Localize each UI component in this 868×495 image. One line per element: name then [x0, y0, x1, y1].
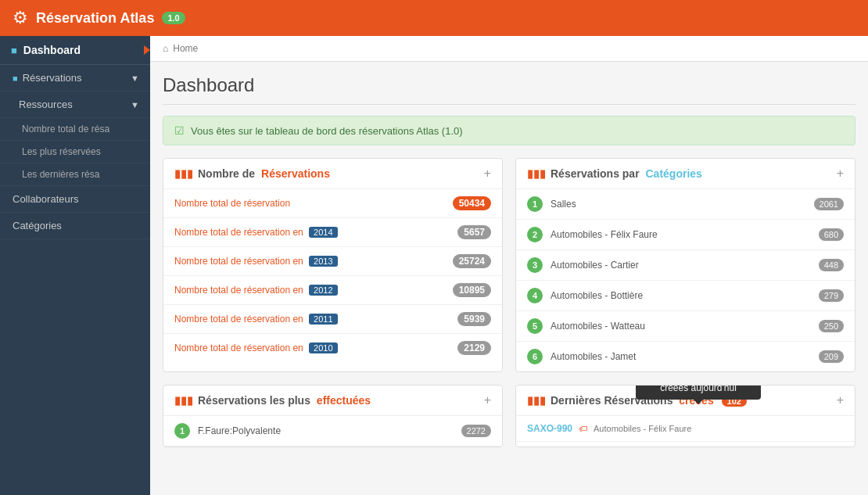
cat-num-2: 2: [527, 227, 543, 242]
year-badge-2014: 2014: [309, 227, 337, 238]
stat-label-total: Nombre total de réservation: [174, 198, 290, 209]
bar-chart-icon-2: ▮▮▮: [527, 167, 546, 180]
year-badge-2012: 2012: [309, 285, 337, 296]
cat-num-5: 5: [527, 318, 543, 334]
cat-value-1: 2061: [814, 198, 844, 210]
sidebar-sub-item-plus-reservees[interactable]: Les plus réservées: [0, 141, 150, 163]
sidebar-item-dashboard[interactable]: ■ Dashboard: [0, 36, 150, 65]
cat-num-4: 4: [527, 288, 543, 303]
stat-label-2010: Nombre total de réservation en 2010: [174, 343, 338, 353]
bottom-cards: ▮▮▮ Réservations les plus effectuées + 1…: [163, 385, 855, 447]
sidebar-ressources-label: Ressources: [19, 99, 73, 110]
stat-label-2013: Nombre total de réservation en 2013: [174, 256, 338, 267]
sidebar-sub-label-1: Les plus réservées: [22, 146, 101, 157]
card-nombre-header: ▮▮▮ Nombre de Réservations +: [163, 159, 502, 189]
cat-value-2: 680: [819, 228, 844, 241]
stat-value-2013: 25724: [453, 254, 491, 268]
cat-row-3: 3 Automobiles - Cartier 448: [516, 250, 855, 281]
check-icon: ☑: [174, 124, 185, 137]
app-header: ⚙ Réservation Atlas 1.0: [0, 0, 868, 36]
breadcrumb-home[interactable]: Home: [173, 43, 198, 54]
cat-name-2: Automobiles - Félix Faure: [551, 229, 811, 240]
tooltip-text: nombre de réservation créées aujourd'hui: [651, 385, 745, 393]
card-cat-header: ▮▮▮ Réservations par Catégories +: [516, 159, 855, 189]
stat-value-total: 50434: [453, 196, 491, 210]
card-nombre-reservations: ▮▮▮ Nombre de Réservations + Nombre tota…: [163, 158, 503, 372]
card-plus-header: ▮▮▮ Réservations les plus effectuées +: [163, 386, 502, 416]
cat-name-5: Automobiles - Watteau: [551, 321, 811, 332]
sidebar-item-categories[interactable]: Catégories: [0, 213, 150, 239]
bar-chart-icon-1: ▮▮▮: [174, 167, 193, 180]
last-resa-cat-1: Automobiles - Félix Faure: [594, 424, 691, 433]
cat-value-4: 279: [819, 289, 844, 302]
year-badge-2011: 2011: [309, 314, 337, 325]
main-content: ⌂ Home Dashboard ☑ Vous êtes sur le tabl…: [150, 36, 868, 495]
last-resa-id-1: SAXO-990: [527, 423, 572, 434]
card-cat-title: ▮▮▮ Réservations par Catégories: [527, 167, 702, 180]
stat-value-2011: 5939: [457, 312, 491, 326]
cat-num-1: 1: [527, 196, 543, 212]
card-plus-add-button[interactable]: +: [484, 393, 491, 407]
stat-label-2012: Nombre total de réservation en 2012: [174, 285, 338, 296]
stat-value-2014: 5657: [457, 225, 491, 239]
stat-value-2010: 2129: [457, 341, 491, 355]
last-resa-row-1: SAXO-990 🏷 Automobiles - Félix Faure: [516, 416, 855, 442]
stat-row-2013: Nombre total de réservation en 2013 2572…: [163, 247, 502, 276]
rank-value-1: 2272: [461, 425, 491, 437]
version-badge: 1.0: [162, 12, 185, 24]
sidebar-item-ressources[interactable]: Ressources ▼: [0, 91, 150, 118]
rank-num-1: 1: [174, 423, 190, 439]
sidebar-item-reservations[interactable]: ■ Réservations ▼: [0, 65, 150, 91]
sidebar-sub-item-dernieres[interactable]: Les dernières résa: [0, 163, 150, 186]
cat-row-4: 4 Automobiles - Bottière 279: [516, 281, 855, 311]
cat-row-1: 1 Salles 2061: [516, 189, 855, 220]
card-dernieres-add-button[interactable]: +: [837, 393, 844, 407]
chevron-down-icon-ressources: ▼: [131, 100, 139, 109]
cards-grid: ▮▮▮ Nombre de Réservations + Nombre tota…: [163, 158, 855, 372]
cat-name-4: Automobiles - Bottière: [551, 290, 811, 301]
dashboard-icon: ■: [11, 45, 17, 56]
chevron-down-icon: ▼: [131, 74, 139, 83]
sidebar-sub-item-nombre-total[interactable]: Nombre total de résa: [0, 118, 150, 141]
alert-text: Vous êtes sur le tableau de bord des rés…: [191, 125, 463, 137]
app-title: Réservation Atlas: [36, 10, 154, 27]
cat-name-3: Automobiles - Cartier: [551, 260, 811, 271]
cat-num-6: 6: [527, 349, 543, 364]
cat-name-6: Automobiles - Jamet: [551, 351, 811, 362]
cat-row-2: 2 Automobiles - Félix Faure 680: [516, 220, 855, 250]
sidebar-reservations-label: Réservations: [23, 72, 82, 84]
gear-icon: ⚙: [13, 8, 28, 28]
stat-label-2011: Nombre total de réservation en 2011: [174, 314, 338, 325]
tooltip-box: nombre de réservation créées aujourd'hui: [636, 385, 761, 400]
alert-banner: ☑ Vous êtes sur le tableau de bord des r…: [163, 116, 855, 145]
card-plus-title: ▮▮▮ Réservations les plus effectuées: [174, 394, 371, 407]
card-cat-add-button[interactable]: +: [837, 167, 844, 181]
tag-icon-1: 🏷: [579, 424, 587, 433]
reservations-icon: ■: [13, 74, 18, 83]
cat-value-5: 250: [819, 320, 844, 332]
card-nombre-add-button[interactable]: +: [484, 167, 491, 181]
stat-value-2012: 10895: [453, 283, 491, 297]
cat-value-6: 209: [819, 350, 844, 363]
card-nombre-title-text: Nombre de Réservations: [198, 167, 330, 180]
stat-label-2014: Nombre total de réservation en 2014: [174, 227, 338, 238]
rank-row-1: 1 F.Faure:Polyvalente 2272: [163, 416, 502, 447]
sidebar-dashboard-arrow: [144, 45, 150, 55]
cat-num-3: 3: [527, 257, 543, 273]
sidebar-categories-label: Catégories: [13, 220, 62, 231]
rank-name-1: F.Faure:Polyvalente: [198, 425, 454, 436]
stat-row-2012: Nombre total de réservation en 2012 1089…: [163, 276, 502, 305]
sidebar-sub-label-2: Les dernières résa: [22, 169, 99, 180]
year-badge-2010: 2010: [309, 343, 337, 353]
cat-row-6: 6 Automobiles - Jamet 209: [516, 342, 855, 371]
bar-chart-icon-4: ▮▮▮: [527, 394, 546, 407]
sidebar-item-collaborateurs[interactable]: Collaborateurs: [0, 186, 150, 213]
card-nombre-title: ▮▮▮ Nombre de Réservations: [174, 167, 330, 180]
breadcrumb: ⌂ Home: [150, 36, 868, 62]
sidebar: ■ Dashboard ■ Réservations ▼ Ressources …: [0, 36, 150, 495]
stat-row-total: Nombre total de réservation 50434: [163, 189, 502, 218]
sidebar-collaborateurs-label: Collaborateurs: [13, 193, 79, 205]
sidebar-dashboard-label: Dashboard: [23, 44, 81, 56]
card-cat-title-text: Réservations par Catégories: [551, 167, 702, 180]
card-plus-effectuees: ▮▮▮ Réservations les plus effectuées + 1…: [163, 385, 503, 447]
